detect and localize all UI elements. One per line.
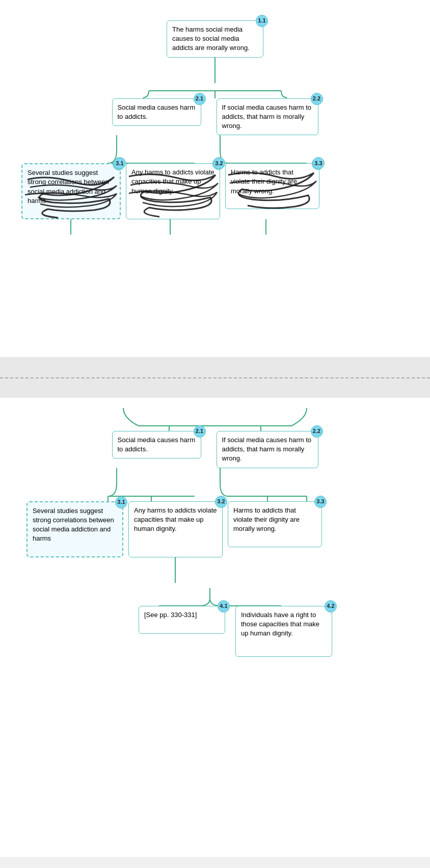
- bottom-tree: Social media causes harm to addicts. 2.1…: [5, 403, 425, 657]
- bottom-level-3: Several studies suggest strong correlati…: [21, 501, 409, 557]
- bottom-badge-3-1: 3.1: [115, 496, 127, 508]
- bottom-badge-2-1: 2.1: [194, 425, 206, 438]
- node-2-2-text: If social media causes harm to addicts, …: [222, 104, 312, 130]
- bottom-node-2-1-text: Social media causes harm to addicts.: [118, 436, 195, 453]
- bottom-badge-4-1: 4.1: [218, 600, 230, 612]
- bottom-node-4-1[interactable]: [See pp. 330-331] 4.1: [139, 606, 225, 657]
- bottom-section: Social media causes harm to addicts. 2.1…: [0, 398, 430, 857]
- top-section: The harms social media causes to social …: [0, 0, 430, 357]
- bottom-vert-3: [21, 557, 409, 588]
- bottom-node-3-3-text: Harms to addicts that violate their dign…: [233, 506, 300, 532]
- bottom-node-3-1-text: Several studies suggest strong correlati…: [33, 507, 114, 543]
- badge-3-2: 3.2: [213, 157, 225, 169]
- level-2: Social media causes harm to addicts. 2.1…: [72, 98, 358, 136]
- badge-3-1: 3.1: [114, 157, 126, 169]
- bottom-badge-3-3: 3.3: [314, 496, 327, 508]
- bottom-node-2-2[interactable]: If social media causes harm to addicts, …: [217, 431, 318, 468]
- node-3-2[interactable]: Any harms to addicts violate capacities …: [126, 163, 220, 219]
- node-2-1-text: Social media causes harm to addicts.: [118, 104, 195, 120]
- bottom-level-2: Social media causes harm to addicts. 2.1…: [72, 431, 358, 468]
- bottom-badge-2-2: 2.2: [311, 425, 323, 438]
- bottom-node-4-2[interactable]: Individuals have a right to those capaci…: [235, 606, 332, 657]
- node-3-3[interactable]: Harms to addicts that violate their dign…: [225, 163, 319, 219]
- vert-1: [5, 58, 425, 83]
- bottom-node-3-1[interactable]: Several studies suggest strong correlati…: [26, 501, 123, 557]
- bottom-level-4: [See pp. 330-331] 4.1 Individuals have a…: [72, 606, 358, 657]
- badge-2-1: 2.1: [194, 93, 206, 105]
- bottom-node-3-2-text: Any harms to addicts violate capacities …: [134, 506, 217, 532]
- bottom-badge-3-2: 3.2: [215, 496, 227, 508]
- dashed-divider: [0, 377, 430, 378]
- badge-2-2: 2.2: [311, 93, 323, 105]
- node-3-3-text: Harms to addicts that violate their dign…: [231, 168, 297, 194]
- node-2-1[interactable]: Social media causes harm to addicts. 2.1: [112, 98, 201, 136]
- bottom-node-2-1[interactable]: Social media causes harm to addicts. 2.1: [112, 431, 201, 468]
- node-3-2-text: Any harms to addicts violate capacities …: [131, 168, 214, 194]
- badge-3-3: 3.3: [312, 157, 325, 169]
- h-connector-2: [83, 83, 347, 98]
- level-1: The harms social media causes to social …: [5, 15, 425, 58]
- bottom-badge-4-2: 4.2: [325, 600, 337, 612]
- vert-3: [16, 219, 414, 240]
- top-tree: The harms social media causes to social …: [5, 5, 425, 240]
- bottom-node-3-2[interactable]: Any harms to addicts violate capacities …: [128, 501, 223, 557]
- node-3-1[interactable]: Several studies suggest strong correlati…: [21, 163, 121, 219]
- bottom-node-4-1-text: [See pp. 330-331]: [144, 611, 197, 619]
- node-1-1-text: The harms social media causes to social …: [172, 25, 250, 52]
- badge-1-1: 1.1: [256, 15, 268, 27]
- node-2-2[interactable]: If social media causes harm to addicts, …: [217, 98, 318, 136]
- node-3-1-text: Several studies suggest strong correlati…: [28, 169, 109, 205]
- bottom-connector-4: [72, 588, 358, 608]
- bottom-node-3-3[interactable]: Harms to addicts that violate their dign…: [228, 501, 322, 557]
- divider: [0, 357, 430, 398]
- bottom-node-2-2-text: If social media causes harm to addicts, …: [222, 436, 312, 462]
- node-1-1[interactable]: The harms social media causes to social …: [167, 20, 263, 58]
- level-3: Several studies suggest strong correlati…: [16, 163, 414, 219]
- bottom-node-4-2-text: Individuals have a right to those capaci…: [241, 611, 319, 637]
